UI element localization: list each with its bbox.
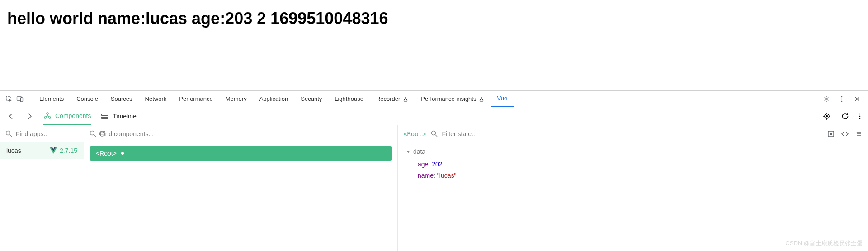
page-heading: hello world name:lucas age:203 2 1699510…	[7, 9, 861, 28]
apps-search-input[interactable]	[16, 130, 95, 137]
menu-icon[interactable]	[855, 130, 863, 137]
refresh-icon[interactable]	[841, 112, 849, 120]
components-search-input[interactable]	[100, 130, 392, 137]
close-icon[interactable]	[852, 94, 863, 104]
state-value: "lucas"	[437, 172, 457, 179]
device-toggle-icon[interactable]	[14, 94, 25, 104]
components-column: <Root>	[84, 125, 398, 251]
kebab-icon[interactable]	[859, 113, 861, 120]
svg-point-4	[841, 96, 843, 97]
state-value: 202	[432, 161, 442, 168]
state-filter-input[interactable]	[442, 130, 823, 137]
gear-icon[interactable]	[821, 94, 832, 104]
flask-icon	[403, 96, 408, 102]
scroll-to-icon[interactable]	[827, 130, 835, 137]
state-root-label: <Root>	[403, 130, 426, 137]
tab-memory[interactable]: Memory	[219, 91, 253, 107]
state-column: <Root>	[398, 125, 868, 251]
component-label: <Root>	[96, 150, 117, 157]
subtab-timeline[interactable]: Timeline	[101, 107, 136, 125]
caret-down-icon: ▼	[406, 149, 410, 154]
app-item[interactable]: lucas 2.7.15	[0, 142, 84, 159]
kebab-icon[interactable]	[836, 94, 847, 104]
state-key: name	[418, 172, 434, 179]
svg-point-16	[859, 118, 861, 119]
svg-rect-2	[21, 98, 23, 102]
svg-point-17	[6, 131, 10, 135]
tab-console[interactable]: Console	[70, 91, 104, 107]
components-search-row	[84, 125, 397, 142]
flask-icon	[479, 96, 484, 102]
svg-point-7	[47, 113, 48, 114]
timeline-icon	[101, 112, 109, 120]
tab-vue[interactable]: Vue	[491, 91, 514, 107]
tab-security[interactable]: Security	[294, 91, 328, 107]
tab-application[interactable]: Application	[253, 91, 295, 107]
app-name: lucas	[6, 147, 21, 154]
svg-point-6	[841, 100, 843, 102]
state-section[interactable]: ▼ data	[406, 148, 860, 155]
dot-icon	[121, 152, 124, 155]
state-kv-age[interactable]: age: 202	[406, 159, 860, 170]
state-header: <Root>	[398, 125, 868, 142]
search-icon	[431, 130, 438, 137]
svg-point-21	[830, 133, 832, 135]
devtools-tabs-bar: Elements Console Sources Network Perform…	[0, 91, 868, 107]
svg-point-3	[826, 98, 827, 99]
state-key: age	[418, 161, 428, 168]
tab-performance-insights[interactable]: Performance insights	[415, 91, 491, 107]
search-icon	[5, 130, 12, 137]
svg-point-15	[859, 115, 861, 117]
devtools-panel: Elements Console Sources Network Perform…	[0, 90, 868, 251]
target-icon[interactable]	[823, 112, 831, 120]
subtab-components[interactable]: Components	[43, 107, 91, 125]
svg-point-19	[431, 131, 435, 135]
svg-point-18	[90, 131, 94, 135]
search-icon	[90, 130, 96, 137]
tab-network[interactable]: Network	[139, 91, 173, 107]
tab-recorder[interactable]: Recorder	[370, 91, 415, 107]
inspect-icon[interactable]	[4, 94, 14, 104]
tab-elements[interactable]: Elements	[33, 91, 70, 107]
subtab-label: Timeline	[113, 113, 136, 120]
subtab-label: Components	[55, 112, 91, 119]
component-tree-item[interactable]: <Root>	[90, 146, 392, 161]
code-icon[interactable]	[841, 130, 849, 137]
tab-performance[interactable]: Performance	[173, 91, 219, 107]
svg-rect-11	[102, 117, 108, 118]
watermark: CSDN @富士康质检员张全蛋	[785, 239, 863, 247]
svg-point-5	[841, 98, 843, 99]
tab-sources[interactable]: Sources	[104, 91, 139, 107]
back-arrow-icon[interactable]	[7, 112, 15, 120]
vue-toolbar: Components Timeline	[0, 107, 868, 125]
svg-point-14	[859, 113, 861, 114]
tab-lighthouse[interactable]: Lighthouse	[328, 91, 370, 107]
components-icon	[43, 112, 52, 120]
svg-point-13	[826, 115, 828, 117]
forward-arrow-icon[interactable]	[25, 112, 33, 120]
vue-logo-icon	[50, 147, 57, 154]
state-body: ▼ data age: 202 name: "lucas"	[398, 142, 868, 187]
svg-rect-10	[102, 114, 108, 115]
app-version: 2.7.15	[60, 147, 77, 154]
state-section-label: data	[413, 148, 425, 155]
apps-search-row	[0, 125, 84, 142]
state-kv-name[interactable]: name: "lucas"	[406, 170, 860, 181]
apps-column: lucas 2.7.15	[0, 125, 84, 251]
